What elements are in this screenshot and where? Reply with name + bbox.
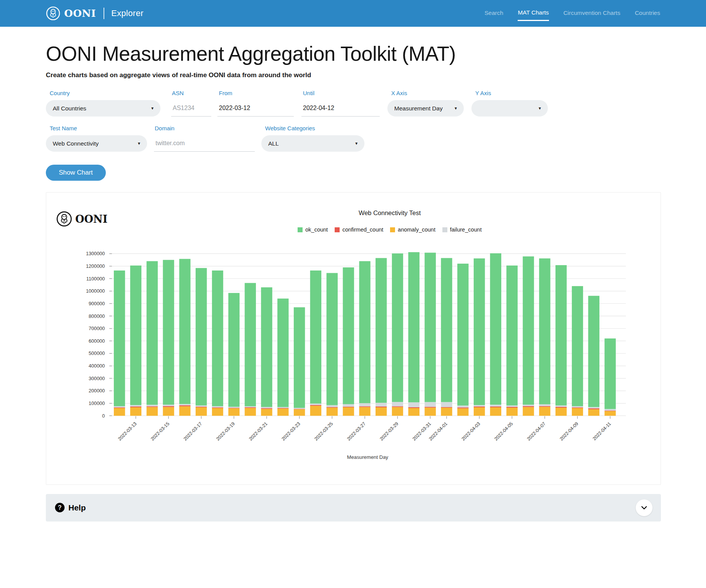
bar-segment-ok_count[interactable] — [310, 271, 321, 403]
bar-segment-confirmed_count[interactable] — [212, 407, 223, 408]
bar-segment-failure_count[interactable] — [179, 404, 190, 405]
bar-segment-failure_count[interactable] — [130, 405, 141, 407]
bar-segment-failure_count[interactable] — [474, 405, 485, 407]
asn-input[interactable] — [171, 100, 211, 117]
bar-segment-confirmed_count[interactable] — [572, 407, 583, 408]
bar-segment-confirmed_count[interactable] — [507, 407, 518, 408]
bar-segment-ok_count[interactable] — [408, 252, 419, 402]
y-axis-select[interactable]: ▼ — [471, 100, 548, 117]
bar-segment-anomaly_count[interactable] — [604, 411, 615, 416]
bar-segment-ok_count[interactable] — [130, 266, 141, 405]
bar-segment-anomaly_count[interactable] — [147, 407, 158, 416]
bar-segment-anomaly_count[interactable] — [457, 408, 468, 416]
bar-segment-ok_count[interactable] — [212, 271, 223, 406]
test-name-select[interactable]: Web Connectivity ▼ — [46, 135, 147, 152]
bar-segment-anomaly_count[interactable] — [539, 407, 550, 416]
bar-segment-ok_count[interactable] — [604, 339, 615, 409]
bar-segment-confirmed_count[interactable] — [114, 407, 125, 408]
help-bar[interactable]: ? Help — [46, 494, 661, 522]
bar-segment-confirmed_count[interactable] — [310, 405, 321, 406]
bar-segment-confirmed_count[interactable] — [457, 407, 468, 408]
bar-segment-anomaly_count[interactable] — [310, 406, 321, 416]
bar-segment-ok_count[interactable] — [523, 256, 534, 405]
bar-segment-anomaly_count[interactable] — [277, 408, 288, 416]
bar-segment-ok_count[interactable] — [474, 258, 485, 405]
bar-segment-anomaly_count[interactable] — [588, 409, 599, 416]
bar-segment-ok_count[interactable] — [588, 296, 599, 407]
help-expand-button[interactable] — [636, 499, 653, 516]
bar-segment-ok_count[interactable] — [539, 258, 550, 404]
bar-segment-ok_count[interactable] — [114, 271, 125, 406]
bar-segment-failure_count[interactable] — [114, 406, 125, 407]
bar-segment-confirmed_count[interactable] — [555, 407, 567, 408]
website-categories-select[interactable]: ALL ▼ — [261, 135, 364, 152]
bar-segment-failure_count[interactable] — [294, 408, 305, 409]
bar-segment-failure_count[interactable] — [343, 404, 354, 407]
bar-segment-ok_count[interactable] — [147, 261, 158, 405]
bar-segment-anomaly_count[interactable] — [408, 408, 419, 416]
bar-segment-failure_count[interactable] — [359, 403, 370, 406]
brand-logo[interactable]: OONI Explorer — [46, 6, 144, 21]
bar-segment-failure_count[interactable] — [212, 406, 223, 407]
bar-segment-failure_count[interactable] — [147, 405, 158, 406]
until-date-input[interactable] — [301, 100, 380, 117]
bar-segment-anomaly_count[interactable] — [130, 407, 141, 416]
bar-segment-anomaly_count[interactable] — [327, 408, 338, 416]
bar-segment-failure_count[interactable] — [408, 402, 419, 407]
bar-segment-failure_count[interactable] — [441, 402, 452, 407]
bar-segment-ok_count[interactable] — [343, 267, 354, 404]
bar-segment-failure_count[interactable] — [163, 405, 174, 406]
bar-segment-confirmed_count[interactable] — [588, 408, 599, 410]
bar-segment-confirmed_count[interactable] — [474, 407, 485, 407]
bar-segment-failure_count[interactable] — [310, 403, 321, 405]
bar-segment-confirmed_count[interactable] — [196, 407, 207, 407]
nav-item-countries[interactable]: Countries — [635, 6, 660, 20]
bar-segment-ok_count[interactable] — [441, 258, 452, 402]
bar-segment-ok_count[interactable] — [228, 293, 240, 407]
bar-segment-ok_count[interactable] — [392, 253, 403, 402]
bar-segment-confirmed_count[interactable] — [179, 405, 190, 407]
bar-segment-anomaly_count[interactable] — [523, 407, 534, 416]
country-select[interactable]: All Countries ▼ — [46, 100, 160, 117]
bar-segment-anomaly_count[interactable] — [196, 407, 207, 416]
bar-segment-failure_count[interactable] — [539, 404, 550, 406]
bar-segment-failure_count[interactable] — [555, 405, 567, 407]
bar-segment-failure_count[interactable] — [327, 405, 338, 407]
bar-segment-failure_count[interactable] — [424, 402, 436, 407]
bar-segment-failure_count[interactable] — [457, 405, 468, 407]
bar-segment-ok_count[interactable] — [327, 273, 338, 405]
bar-segment-confirmed_count[interactable] — [245, 407, 256, 408]
bar-segment-confirmed_count[interactable] — [130, 407, 141, 407]
x-axis-select[interactable]: Measurement Day ▼ — [387, 100, 464, 117]
domain-input[interactable] — [154, 135, 255, 152]
bar-segment-ok_count[interactable] — [424, 253, 436, 402]
bar-segment-ok_count[interactable] — [179, 259, 190, 404]
bar-segment-ok_count[interactable] — [261, 287, 272, 407]
bar-segment-ok_count[interactable] — [507, 266, 518, 405]
bar-segment-anomaly_count[interactable] — [245, 408, 256, 416]
bar-segment-confirmed_count[interactable] — [441, 407, 452, 408]
bar-segment-confirmed_count[interactable] — [327, 407, 338, 408]
bar-segment-confirmed_count[interactable] — [490, 407, 501, 407]
bar-segment-confirmed_count[interactable] — [228, 408, 240, 408]
bar-segment-confirmed_count[interactable] — [539, 406, 550, 407]
bar-segment-failure_count[interactable] — [523, 405, 534, 406]
bar-segment-confirmed_count[interactable] — [147, 406, 158, 407]
bar-segment-confirmed_count[interactable] — [343, 407, 354, 407]
bar-segment-anomaly_count[interactable] — [228, 408, 240, 416]
nav-item-mat-charts[interactable]: MAT Charts — [518, 6, 549, 21]
bar-segment-confirmed_count[interactable] — [261, 408, 272, 409]
bar-segment-ok_count[interactable] — [163, 260, 174, 405]
bar-segment-confirmed_count[interactable] — [408, 407, 419, 408]
bar-segment-anomaly_count[interactable] — [114, 408, 125, 416]
bar-segment-failure_count[interactable] — [228, 407, 240, 408]
bar-segment-failure_count[interactable] — [490, 405, 501, 407]
bar-segment-failure_count[interactable] — [196, 405, 207, 407]
bar-segment-ok_count[interactable] — [376, 258, 387, 403]
nav-item-search[interactable]: Search — [484, 6, 503, 20]
bar-segment-confirmed_count[interactable] — [604, 410, 615, 411]
bar-segment-confirmed_count[interactable] — [277, 408, 288, 408]
bar-segment-ok_count[interactable] — [245, 283, 256, 407]
bar-segment-failure_count[interactable] — [392, 402, 403, 406]
bar-segment-anomaly_count[interactable] — [343, 407, 354, 416]
